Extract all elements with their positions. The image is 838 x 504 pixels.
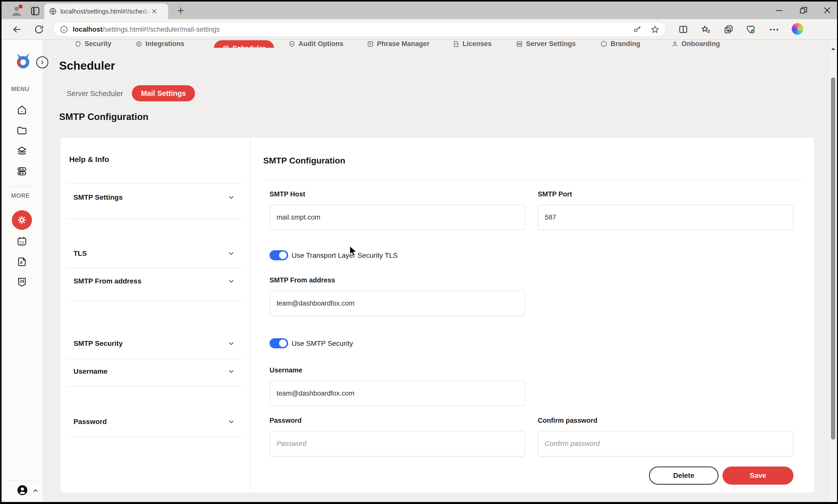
back-icon[interactable] [12,24,22,35]
page-title: Scheduler [59,59,115,72]
chevron-down-icon[interactable] [227,277,235,286]
save-button[interactable]: Save [722,467,793,485]
refresh-icon[interactable] [34,24,44,35]
document-icon[interactable] [16,256,28,269]
tab-close-icon[interactable] [151,8,158,15]
calendar-icon[interactable] [16,235,28,248]
nav-item-branding[interactable]: Branding [600,40,641,48]
from-address-label: SMTP From address [269,276,335,284]
page-content: Security Integrations Scheduler Audit Op… [1,40,837,502]
divider [263,179,805,180]
accordion-username[interactable]: Username [73,367,107,376]
favorite-star-icon[interactable] [650,25,660,34]
username-input[interactable] [269,380,525,406]
workspaces-icon[interactable] [30,5,41,17]
accordion-smtp-settings[interactable]: SMTP Settings [73,193,123,201]
favorites-bar-icon[interactable] [701,24,711,35]
tab-title: localhost/settings.html#!/schedul [60,8,151,15]
nav-item-licenses[interactable]: Licenses [452,40,492,48]
fox-logo-icon[interactable] [13,51,34,72]
delete-button[interactable]: Delete [649,467,718,485]
profile-avatar[interactable] [10,4,23,18]
title-bar: localhost/settings.html#!/schedul [1,1,837,19]
toggle-knob [279,252,286,259]
home-icon[interactable] [16,104,28,117]
accordion-password[interactable]: Password [73,418,107,426]
settings-top-nav: Security Integrations Scheduler Audit Op… [42,40,828,48]
smtp-host-input[interactable] [269,204,525,230]
nav-item-audit-options[interactable]: Audit Options [289,40,343,48]
mouse-cursor [349,246,359,257]
accordion-smtp-security[interactable]: SMTP Security [73,340,123,347]
sidebar-expand-button[interactable] [36,56,48,68]
restore-icon[interactable] [799,5,808,15]
nav-item-integrations[interactable]: Integrations [135,40,185,48]
tls-toggle[interactable] [269,250,288,260]
password-input[interactable] [269,431,525,456]
nav-item-security[interactable]: Security [74,40,111,48]
sidebar-divider [8,480,37,481]
toggle-knob [279,340,286,347]
chevron-down-icon[interactable] [227,418,235,427]
tab-mail-settings[interactable]: Mail Settings [132,85,195,101]
close-icon[interactable] [822,5,832,15]
divider [67,359,242,359]
collections-icon[interactable] [723,24,734,35]
url-field[interactable]: localhost/settings.html#!/scheduler/mail… [53,22,666,37]
folder-icon[interactable] [16,125,28,137]
smtp-security-toggle-label: Use SMTP Security [292,340,353,347]
globe-icon [49,7,57,15]
divider [67,301,242,301]
nav-item-server-settings[interactable]: Server Settings [516,40,576,48]
layers-icon[interactable] [16,145,28,158]
accordion-smtp-from-address[interactable]: SMTP From address [73,277,141,285]
password-label: Password [269,417,302,425]
browser-window: localhost/settings.html#!/schedul [0,0,838,504]
divider [67,183,242,184]
chevron-down-icon[interactable] [227,193,235,202]
svg-text:24: 24 [20,279,24,284]
from-address-input[interactable] [269,290,525,316]
chevron-down-icon[interactable] [227,340,235,348]
page-scrollbar[interactable] [830,40,837,502]
copilot-icon[interactable] [792,23,803,35]
accordion-tls[interactable]: TLS [73,250,87,257]
address-bar: localhost/settings.html#!/scheduler/mail… [1,19,837,40]
smtp-port-input[interactable] [538,204,793,230]
nav-item-onboarding[interactable]: Onboarding [671,40,720,48]
notification-dot [19,4,23,8]
scrollbar-thumb[interactable] [831,77,835,439]
scroll-up-icon[interactable] [831,47,836,50]
help-panel-title: Help & Info [69,155,109,164]
more-ellipsis-icon[interactable] [769,27,779,32]
nav-item-scheduler[interactable]: Scheduler [214,40,274,48]
tab-server-scheduler[interactable]: Server Scheduler [67,90,123,98]
collapse-caret-icon[interactable] [32,487,39,494]
nav-item-phrase-manager[interactable]: Phrase Manager [367,40,430,48]
smtp-security-toggle[interactable] [269,338,288,348]
settings-gear-active[interactable] [12,210,32,230]
confirm-password-input[interactable] [538,431,793,456]
minimize-icon[interactable] [774,6,784,15]
password-key-icon[interactable] [633,25,642,34]
divider [67,386,242,386]
smtp-port-label: SMTP Port [538,191,572,198]
divider [67,436,242,437]
url-text: localhost/settings.html#!/scheduler/mail… [73,26,633,33]
divider [67,219,242,219]
confirm-password-label: Confirm password [538,417,597,425]
page-info-icon[interactable] [60,25,68,34]
new-tab-icon[interactable] [176,6,185,15]
menu-section-label: MENU [11,86,30,93]
browser-essentials-icon[interactable] [745,24,756,35]
app-sidebar: MENU MORE [1,40,42,502]
split-screen-icon[interactable] [678,24,688,35]
badge-24-icon[interactable]: 24 [16,276,28,289]
chevron-down-icon[interactable] [227,250,235,258]
more-section-label: MORE [11,192,30,199]
server-icon[interactable] [16,165,28,178]
browser-tab[interactable]: localhost/settings.html#!/schedul [44,3,168,19]
chevron-down-icon[interactable] [227,367,235,377]
form-title: SMTP Configuration [263,156,345,165]
account-person-icon[interactable] [16,484,29,497]
